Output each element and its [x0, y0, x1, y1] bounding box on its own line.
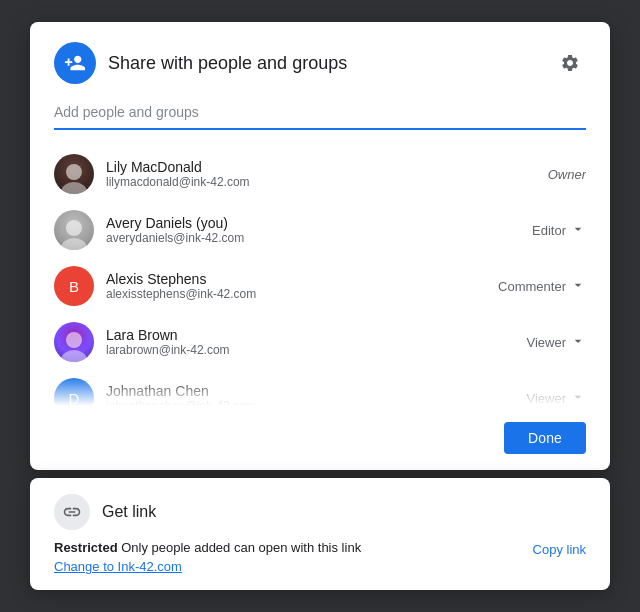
person-info: Avery Daniels (you) averydaniels@ink-42.…	[106, 215, 244, 245]
dialog-container: Share with people and groups	[30, 22, 610, 590]
done-btn-row: Done	[54, 414, 586, 454]
get-link-title: Get link	[102, 503, 156, 521]
avatar	[54, 210, 94, 250]
people-list: Lily MacDonald lilymacdonald@ink-42.com …	[54, 146, 586, 406]
gear-icon	[560, 53, 580, 73]
person-role: Owner	[548, 167, 586, 182]
get-link-panel: Get link Restricted Only people added ca…	[30, 478, 610, 590]
person-left: Avery Daniels (you) averydaniels@ink-42.…	[54, 210, 244, 250]
person-left: Lara Brown larabrown@ink-42.com	[54, 322, 230, 362]
chevron-down-icon	[570, 221, 586, 240]
link-icon-circle	[54, 494, 90, 530]
change-link-button[interactable]: Change to Ink-42.com	[54, 559, 361, 574]
share-panel: Share with people and groups	[30, 22, 610, 470]
person-add-svg	[64, 52, 86, 74]
share-icon	[54, 42, 96, 84]
chevron-down-icon	[570, 333, 586, 352]
person-row: Avery Daniels (you) averydaniels@ink-42.…	[54, 202, 586, 258]
person-row: B Alexis Stephens alexisstephens@ink-42.…	[54, 258, 586, 314]
person-role-dropdown[interactable]: Editor	[532, 221, 586, 240]
person-email: larabrown@ink-42.com	[106, 343, 230, 357]
avatar: B	[54, 266, 94, 306]
svg-point-4	[66, 332, 82, 348]
avatar	[54, 322, 94, 362]
restriction-label: Restricted	[54, 540, 118, 555]
link-icon	[62, 502, 82, 522]
person-info: Lara Brown larabrown@ink-42.com	[106, 327, 230, 357]
list-fade	[54, 376, 586, 406]
person-left: B Alexis Stephens alexisstephens@ink-42.…	[54, 266, 256, 306]
role-label: Viewer	[526, 335, 566, 350]
person-name: Avery Daniels (you)	[106, 215, 244, 231]
copy-link-button[interactable]: Copy link	[533, 542, 586, 557]
get-link-header: Get link	[54, 494, 586, 530]
avatar-initial: B	[69, 278, 79, 295]
person-info: Lily MacDonald lilymacdonald@ink-42.com	[106, 159, 250, 189]
person-row: Lily MacDonald lilymacdonald@ink-42.com …	[54, 146, 586, 202]
dialog-title: Share with people and groups	[108, 53, 347, 74]
done-button[interactable]: Done	[504, 422, 586, 454]
role-label: Editor	[532, 223, 566, 238]
person-email: averydaniels@ink-42.com	[106, 231, 244, 245]
person-role-dropdown[interactable]: Commenter	[498, 277, 586, 296]
avatar-silhouette	[54, 214, 94, 250]
get-link-footer: Restricted Only people added can open wi…	[54, 540, 586, 574]
person-email: alexisstephens@ink-42.com	[106, 287, 256, 301]
person-name: Lara Brown	[106, 327, 230, 343]
person-row: Lara Brown larabrown@ink-42.com Viewer	[54, 314, 586, 370]
person-name: Lily MacDonald	[106, 159, 250, 175]
add-people-input[interactable]	[54, 100, 586, 124]
role-label: Commenter	[498, 279, 566, 294]
chevron-down-icon	[570, 277, 586, 296]
svg-point-1	[61, 182, 87, 194]
person-email: lilymacdonald@ink-42.com	[106, 175, 250, 189]
person-info: Alexis Stephens alexisstephens@ink-42.co…	[106, 271, 256, 301]
svg-point-0	[66, 164, 82, 180]
person-left: Lily MacDonald lilymacdonald@ink-42.com	[54, 154, 250, 194]
link-description: Restricted Only people added can open wi…	[54, 540, 361, 555]
avatar	[54, 154, 94, 194]
avatar-silhouette	[54, 326, 94, 362]
svg-point-2	[66, 220, 82, 236]
svg-point-5	[61, 350, 87, 362]
add-people-container	[54, 100, 586, 130]
link-description-block: Restricted Only people added can open wi…	[54, 540, 361, 574]
person-name: Alexis Stephens	[106, 271, 256, 287]
restriction-desc: Only people added can open with this lin…	[118, 540, 362, 555]
share-header-left: Share with people and groups	[54, 42, 347, 84]
person-role-dropdown[interactable]: Viewer	[526, 333, 586, 352]
avatar-silhouette	[54, 158, 94, 194]
svg-point-3	[61, 238, 87, 250]
share-header: Share with people and groups	[54, 42, 586, 84]
people-list-container: Lily MacDonald lilymacdonald@ink-42.com …	[54, 146, 586, 406]
settings-button[interactable]	[554, 47, 586, 79]
